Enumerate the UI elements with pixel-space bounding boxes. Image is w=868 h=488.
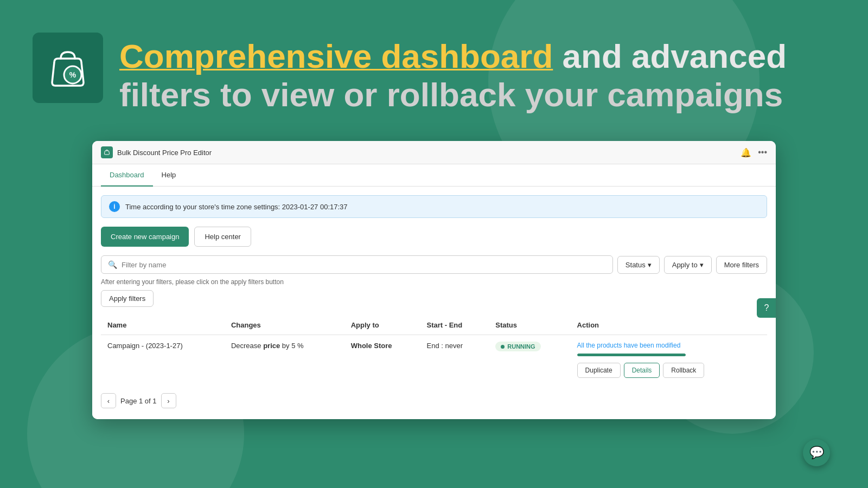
table-row: Campaign - (2023-1-27) Decrease price by…	[101, 335, 767, 385]
next-page-button[interactable]: ›	[161, 393, 176, 408]
titlebar: Bulk Discount Price Pro Editor 🔔 •••	[92, 141, 776, 164]
col-name: Name	[101, 316, 225, 335]
info-icon: i	[109, 201, 120, 212]
page-info: Page 1 of 1	[120, 397, 157, 405]
titlebar-title: Bulk Discount Price Pro Editor	[117, 149, 212, 157]
progress-fill	[577, 354, 686, 356]
help-float-button[interactable]: ?	[757, 298, 776, 318]
campaign-dates: End : never	[420, 335, 489, 385]
app-title-icon	[101, 146, 113, 158]
campaign-name: Campaign - (2023-1-27)	[101, 335, 225, 385]
headline-line1: Comprehensive dashboard and advanced	[119, 38, 787, 75]
search-icon: 🔍	[108, 260, 117, 269]
titlebar-actions: 🔔 •••	[741, 147, 767, 158]
dashboard-window: Bulk Discount Price Pro Editor 🔔 ••• Das…	[92, 141, 776, 419]
details-button[interactable]: Details	[624, 363, 660, 378]
header-text: Comprehensive dashboard and advanced fil…	[119, 33, 787, 115]
more-icon[interactable]: •••	[758, 147, 767, 157]
info-text: Time according to your store's time zone…	[125, 203, 348, 211]
search-box: 🔍	[101, 255, 613, 274]
apply-to-filter-label: Apply to	[672, 261, 698, 269]
svg-text:%: %	[69, 70, 76, 79]
duplicate-button[interactable]: Duplicate	[577, 363, 621, 378]
apply-to-filter-button[interactable]: Apply to ▾	[664, 256, 712, 274]
header-area: % Comprehensive dashboard and advanced f…	[33, 33, 835, 115]
create-campaign-button[interactable]: Create new campaign	[101, 227, 189, 247]
status-badge: RUNNING	[495, 342, 540, 351]
status-filter-label: Status	[626, 261, 646, 269]
progress-bar	[577, 354, 686, 356]
titlebar-left: Bulk Discount Price Pro Editor	[101, 146, 212, 158]
app-icon: %	[33, 33, 103, 103]
apply-to-arrow-icon: ▾	[700, 261, 704, 269]
action-buttons: Duplicate Details Rollback	[577, 363, 761, 378]
status-arrow-icon: ▾	[648, 261, 652, 269]
tab-help[interactable]: Help	[153, 164, 185, 187]
col-status: Status	[489, 316, 570, 335]
rollback-button[interactable]: Rollback	[663, 363, 704, 378]
campaign-changes: Decrease price by 5 %	[225, 335, 344, 385]
prev-page-button[interactable]: ‹	[101, 393, 116, 408]
status-filter-button[interactable]: Status ▾	[617, 256, 660, 274]
col-apply-to: Apply to	[344, 316, 420, 335]
campaign-status: RUNNING	[489, 335, 570, 385]
search-input[interactable]	[122, 261, 606, 269]
campaign-action: All the products have been modified Dupl…	[571, 335, 767, 385]
col-changes: Changes	[225, 316, 344, 335]
tab-dashboard[interactable]: Dashboard	[101, 164, 153, 187]
help-center-button[interactable]: Help center	[194, 227, 251, 247]
chat-button[interactable]: 💬	[803, 439, 830, 466]
pagination: ‹ Page 1 of 1 ›	[101, 393, 767, 410]
col-action: Action	[571, 316, 767, 335]
campaigns-table: Name Changes Apply to Start - End Status…	[101, 316, 767, 384]
content-area: i Time according to your store's time zo…	[92, 187, 776, 419]
headline-line2: filters to view or rollback your campaig…	[119, 75, 787, 115]
filter-row: 🔍 Status ▾ Apply to ▾ More filters	[101, 255, 767, 274]
campaign-apply-to: Whole Store	[344, 335, 420, 385]
filter-hint: After entering your filters, please clic…	[101, 278, 767, 286]
info-banner: i Time according to your store's time zo…	[101, 195, 767, 218]
action-row: Create new campaign Help center	[101, 227, 767, 247]
apply-to-value: Whole Store	[351, 342, 392, 350]
col-start-end: Start - End	[420, 316, 489, 335]
more-filters-button[interactable]: More filters	[716, 256, 767, 274]
bell-icon[interactable]: 🔔	[741, 147, 751, 158]
status-text: RUNNING	[507, 343, 535, 350]
action-cell: All the products have been modified Dupl…	[577, 342, 761, 378]
action-link[interactable]: All the products have been modified	[577, 342, 761, 349]
more-filters-label: More filters	[724, 261, 759, 269]
tabs: Dashboard Help	[92, 164, 776, 187]
status-dot	[501, 345, 505, 349]
headline-highlight: Comprehensive dashboard	[119, 37, 553, 75]
apply-filters-button[interactable]: Apply filters	[101, 290, 154, 307]
